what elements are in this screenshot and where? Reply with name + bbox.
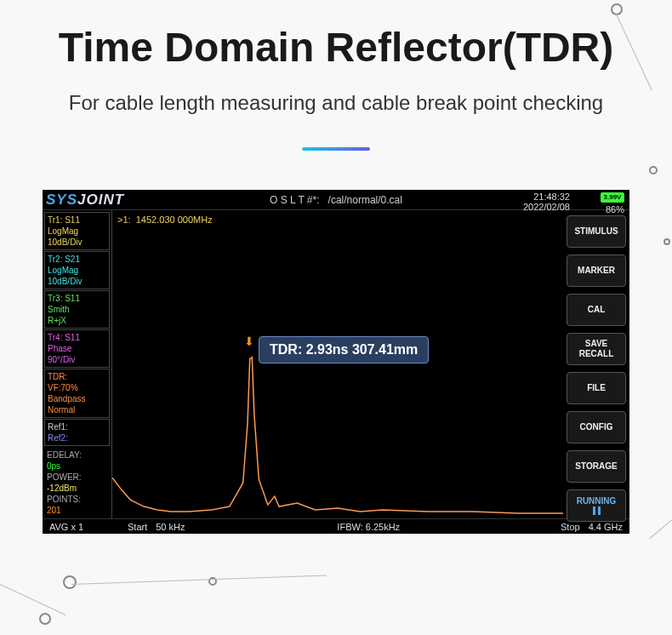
trace-tr1[interactable]: Tr1: S11LogMag10dB/Div	[44, 212, 110, 250]
trace-line: Tr4: S11	[48, 332, 106, 343]
trace-line: LogMag	[48, 265, 106, 276]
trace-ref[interactable]: Ref1:Ref2:	[44, 419, 110, 446]
menu-save-recall[interactable]: SAVE RECALL	[567, 333, 626, 365]
calibration-path: O S L T #*: /cal/normal/0.cal	[270, 194, 402, 206]
trace-tdr[interactable]: TDR:VF:70%BandpassNormal	[44, 369, 110, 418]
brand-sys: SYS	[46, 192, 77, 208]
power-value: -12dBm	[47, 483, 107, 494]
trace-tr4[interactable]: Tr4: S11Phase90°/Div	[44, 329, 110, 368]
divider	[302, 147, 370, 151]
trace-line: Bandpass	[48, 393, 106, 404]
menu-label: STORAGE	[575, 461, 617, 472]
trace-line: 10dB/Div	[48, 237, 106, 248]
trace-line: Normal	[48, 404, 106, 415]
cal-value: /cal/normal/0.cal	[328, 194, 402, 206]
trace-line: Smith	[48, 304, 106, 315]
menu-label: SAVE RECALL	[579, 339, 614, 359]
trace-panel: Tr1: S11LogMag10dB/DivTr2: S21LogMag10dB…	[43, 210, 112, 518]
trace-line: LogMag	[48, 226, 106, 237]
menu-label: CONFIG	[580, 422, 613, 432]
device-screenshot: SYSJOINT O S L T #*: /cal/normal/0.cal 2…	[43, 190, 629, 534]
battery-percent: 86%	[601, 204, 624, 215]
page-subtitle: For cable length measuring and cable bre…	[0, 91, 672, 115]
stop-value: 4.4 GHz	[589, 522, 623, 532]
menu-label: STIMULUS	[574, 226, 618, 237]
menu-panel: STIMULUSMARKERCALSAVE RECALLFILECONFIGST…	[563, 210, 629, 518]
stop-label: Stop	[561, 522, 580, 532]
power-label: POWER:	[47, 472, 82, 482]
menu-label: RUNNING	[577, 496, 617, 506]
trace-line: Ref1:	[48, 421, 106, 432]
trace-line: Tr3: S11	[48, 293, 106, 304]
left-status: EDELAY: 0ps POWER: -12dBm POINTS: 201	[44, 447, 110, 518]
points-value: 201	[47, 505, 107, 516]
trace-line: Tr1: S11	[48, 215, 106, 226]
menu-label: MARKER	[578, 266, 615, 276]
page-title: Time Domain Reflector(TDR)	[0, 0, 672, 71]
trace-tr3[interactable]: Tr3: S11SmithR+jX	[44, 290, 110, 329]
device-footer: AVG x 1 Start50 kHz IFBW: 6.25kHz Stop4.…	[43, 518, 629, 534]
menu-label: FILE	[587, 383, 606, 393]
menu-label: CAL	[588, 305, 606, 315]
plot-area[interactable]: >1: 1452.030 000MHz ⬇ TDR: 2.93ns 307.41…	[112, 210, 563, 518]
ifbw-readout: IFBW: 6.25kHz	[185, 522, 552, 532]
edelay-label: EDELAY:	[47, 450, 82, 460]
device-header: SYSJOINT O S L T #*: /cal/normal/0.cal 2…	[43, 190, 629, 210]
battery-status: 3.99V 86%	[601, 192, 624, 215]
start-value: 50 kHz	[156, 522, 185, 532]
battery-icon: 3.99V	[601, 192, 624, 203]
points-label: POINTS:	[47, 495, 81, 504]
trace-tr2[interactable]: Tr2: S21LogMag10dB/Div	[44, 251, 110, 289]
menu-storage[interactable]: STORAGE	[567, 450, 626, 483]
trace-line: VF:70%	[48, 382, 106, 393]
start-label: Start	[128, 522, 147, 532]
menu-stimulus[interactable]: STIMULUS	[567, 215, 626, 248]
cal-label: O S L T #*:	[270, 194, 319, 206]
clock: 21:48:32 2022/02/08	[523, 192, 570, 212]
trace-line: Phase	[48, 343, 106, 354]
start-freq: Start50 kHz	[119, 522, 185, 532]
pause-icon	[593, 506, 601, 515]
avg-readout: AVG x 1	[46, 522, 116, 532]
trace-line: 10dB/Div	[48, 276, 106, 287]
stop-freq: Stop4.4 GHz	[552, 522, 623, 532]
trace-line: R+jX	[48, 315, 106, 326]
menu-marker[interactable]: MARKER	[567, 255, 626, 287]
menu-running[interactable]: RUNNING	[567, 489, 626, 522]
menu-cal[interactable]: CAL	[567, 294, 626, 326]
trace-line: Tr2: S21	[48, 254, 106, 265]
menu-config[interactable]: CONFIG	[567, 411, 626, 443]
brand-joint: JOINT	[77, 192, 124, 208]
edelay-value: 0ps	[47, 461, 107, 472]
trace-line: 90°/Div	[48, 354, 106, 365]
brand-logo: SYSJOINT	[46, 192, 124, 209]
trace-line: TDR:	[48, 371, 106, 382]
menu-file[interactable]: FILE	[567, 372, 626, 404]
trace-line: Ref2:	[48, 432, 106, 443]
waveform	[112, 210, 563, 518]
time: 21:48:32	[523, 192, 570, 202]
